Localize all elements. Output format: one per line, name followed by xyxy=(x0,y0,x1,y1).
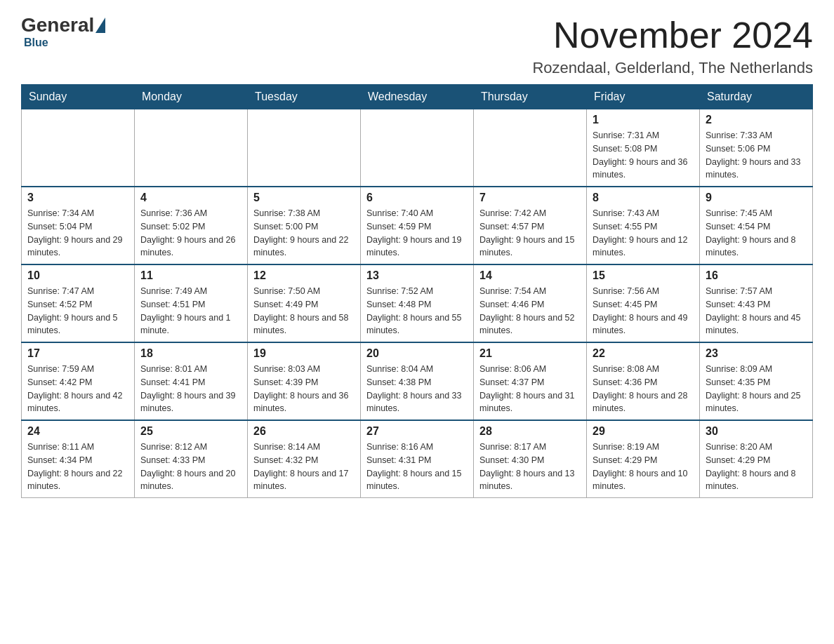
day-info: Sunrise: 8:04 AMSunset: 4:38 PMDaylight:… xyxy=(366,363,468,415)
day-info: Sunrise: 7:56 AMSunset: 4:45 PMDaylight:… xyxy=(593,285,694,337)
calendar-day-cell: 8Sunrise: 7:43 AMSunset: 4:55 PMDaylight… xyxy=(587,187,700,264)
day-number: 24 xyxy=(27,425,128,438)
day-number: 18 xyxy=(140,347,241,360)
calendar-day-cell: 13Sunrise: 7:52 AMSunset: 4:48 PMDayligh… xyxy=(361,264,474,342)
logo-general-text: General xyxy=(21,14,94,36)
day-number: 12 xyxy=(253,269,355,282)
day-info: Sunrise: 8:16 AMSunset: 4:31 PMDaylight:… xyxy=(366,441,468,493)
calendar-day-cell: 2Sunrise: 7:33 AMSunset: 5:06 PMDaylight… xyxy=(700,109,813,187)
calendar-day-cell: 15Sunrise: 7:56 AMSunset: 4:45 PMDayligh… xyxy=(587,264,700,342)
calendar-day-cell: 30Sunrise: 8:20 AMSunset: 4:29 PMDayligh… xyxy=(700,420,813,498)
title-section: November 2024 Rozendaal, Gelderland, The… xyxy=(532,14,813,77)
day-number: 4 xyxy=(140,192,241,204)
day-info: Sunrise: 7:43 AMSunset: 4:55 PMDaylight:… xyxy=(593,207,694,260)
page-header: General Blue November 2024 Rozendaal, Ge… xyxy=(21,14,813,77)
day-number: 23 xyxy=(706,347,807,360)
calendar-week-row: 17Sunrise: 7:59 AMSunset: 4:42 PMDayligh… xyxy=(22,342,813,420)
day-info: Sunrise: 7:45 AMSunset: 4:54 PMDaylight:… xyxy=(706,207,807,260)
day-number: 29 xyxy=(593,425,694,438)
calendar-week-row: 3Sunrise: 7:34 AMSunset: 5:04 PMDaylight… xyxy=(22,187,813,264)
calendar-day-cell: 9Sunrise: 7:45 AMSunset: 4:54 PMDaylight… xyxy=(700,187,813,264)
day-info: Sunrise: 8:09 AMSunset: 4:35 PMDaylight:… xyxy=(706,363,807,415)
calendar-day-cell: 1Sunrise: 7:31 AMSunset: 5:08 PMDaylight… xyxy=(587,109,700,187)
day-info: Sunrise: 7:34 AMSunset: 5:04 PMDaylight:… xyxy=(27,207,128,260)
day-number: 21 xyxy=(479,347,581,360)
calendar-day-cell: 5Sunrise: 7:38 AMSunset: 5:00 PMDaylight… xyxy=(248,187,361,264)
weekday-header-monday: Monday xyxy=(135,85,248,109)
logo: General Blue xyxy=(21,14,107,49)
weekday-header-saturday: Saturday xyxy=(700,85,813,109)
weekday-header-thursday: Thursday xyxy=(474,85,587,109)
calendar-day-cell: 16Sunrise: 7:57 AMSunset: 4:43 PMDayligh… xyxy=(700,264,813,342)
calendar-day-cell: 25Sunrise: 8:12 AMSunset: 4:33 PMDayligh… xyxy=(135,420,248,498)
day-info: Sunrise: 8:06 AMSunset: 4:37 PMDaylight:… xyxy=(479,363,581,415)
day-info: Sunrise: 8:19 AMSunset: 4:29 PMDaylight:… xyxy=(593,441,694,493)
day-number: 7 xyxy=(479,192,581,204)
calendar-day-cell: 23Sunrise: 8:09 AMSunset: 4:35 PMDayligh… xyxy=(700,342,813,420)
weekday-header-tuesday: Tuesday xyxy=(248,85,361,109)
calendar-day-cell: 14Sunrise: 7:54 AMSunset: 4:46 PMDayligh… xyxy=(474,264,587,342)
weekday-header-row: SundayMondayTuesdayWednesdayThursdayFrid… xyxy=(22,85,813,109)
day-number: 6 xyxy=(366,192,468,204)
calendar-day-cell: 27Sunrise: 8:16 AMSunset: 4:31 PMDayligh… xyxy=(361,420,474,498)
calendar-day-cell: 21Sunrise: 8:06 AMSunset: 4:37 PMDayligh… xyxy=(474,342,587,420)
day-info: Sunrise: 7:31 AMSunset: 5:08 PMDaylight:… xyxy=(593,129,694,182)
day-number: 1 xyxy=(593,114,694,126)
calendar-day-cell: 11Sunrise: 7:49 AMSunset: 4:51 PMDayligh… xyxy=(135,264,248,342)
calendar-day-cell: 12Sunrise: 7:50 AMSunset: 4:49 PMDayligh… xyxy=(248,264,361,342)
day-info: Sunrise: 7:38 AMSunset: 5:00 PMDaylight:… xyxy=(253,207,355,260)
calendar-week-row: 10Sunrise: 7:47 AMSunset: 4:52 PMDayligh… xyxy=(22,264,813,342)
calendar-day-cell: 29Sunrise: 8:19 AMSunset: 4:29 PMDayligh… xyxy=(587,420,700,498)
calendar-day-cell xyxy=(361,109,474,187)
day-number: 2 xyxy=(706,114,807,126)
calendar-day-cell: 17Sunrise: 7:59 AMSunset: 4:42 PMDayligh… xyxy=(22,342,135,420)
day-info: Sunrise: 7:57 AMSunset: 4:43 PMDaylight:… xyxy=(706,285,807,337)
calendar-day-cell: 28Sunrise: 8:17 AMSunset: 4:30 PMDayligh… xyxy=(474,420,587,498)
calendar-day-cell: 18Sunrise: 8:01 AMSunset: 4:41 PMDayligh… xyxy=(135,342,248,420)
day-number: 13 xyxy=(366,269,468,282)
day-info: Sunrise: 8:08 AMSunset: 4:36 PMDaylight:… xyxy=(593,363,694,415)
day-info: Sunrise: 8:12 AMSunset: 4:33 PMDaylight:… xyxy=(140,441,241,493)
day-info: Sunrise: 7:36 AMSunset: 5:02 PMDaylight:… xyxy=(140,207,241,260)
day-info: Sunrise: 7:40 AMSunset: 4:59 PMDaylight:… xyxy=(366,207,468,260)
logo-triangle-icon xyxy=(95,18,105,33)
day-number: 22 xyxy=(593,347,694,360)
calendar-day-cell: 6Sunrise: 7:40 AMSunset: 4:59 PMDaylight… xyxy=(361,187,474,264)
weekday-header-friday: Friday xyxy=(587,85,700,109)
calendar-day-cell: 7Sunrise: 7:42 AMSunset: 4:57 PMDaylight… xyxy=(474,187,587,264)
day-number: 9 xyxy=(706,192,807,204)
calendar-day-cell: 19Sunrise: 8:03 AMSunset: 4:39 PMDayligh… xyxy=(248,342,361,420)
calendar-table: SundayMondayTuesdayWednesdayThursdayFrid… xyxy=(21,84,813,498)
calendar-day-cell: 4Sunrise: 7:36 AMSunset: 5:02 PMDaylight… xyxy=(135,187,248,264)
day-info: Sunrise: 7:33 AMSunset: 5:06 PMDaylight:… xyxy=(706,129,807,182)
calendar-day-cell xyxy=(135,109,248,187)
day-number: 8 xyxy=(593,192,694,204)
calendar-day-cell: 3Sunrise: 7:34 AMSunset: 5:04 PMDaylight… xyxy=(22,187,135,264)
day-number: 27 xyxy=(366,425,468,438)
day-info: Sunrise: 7:42 AMSunset: 4:57 PMDaylight:… xyxy=(479,207,581,260)
weekday-header-sunday: Sunday xyxy=(22,85,135,109)
calendar-day-cell: 20Sunrise: 8:04 AMSunset: 4:38 PMDayligh… xyxy=(361,342,474,420)
day-number: 15 xyxy=(593,269,694,282)
day-info: Sunrise: 8:11 AMSunset: 4:34 PMDaylight:… xyxy=(27,441,128,493)
day-info: Sunrise: 8:17 AMSunset: 4:30 PMDaylight:… xyxy=(479,441,581,493)
day-number: 17 xyxy=(27,347,128,360)
calendar-day-cell: 24Sunrise: 8:11 AMSunset: 4:34 PMDayligh… xyxy=(22,420,135,498)
calendar-day-cell xyxy=(22,109,135,187)
day-info: Sunrise: 8:20 AMSunset: 4:29 PMDaylight:… xyxy=(706,441,807,493)
day-number: 26 xyxy=(253,425,355,438)
day-number: 20 xyxy=(366,347,468,360)
day-number: 11 xyxy=(140,269,241,282)
day-info: Sunrise: 7:54 AMSunset: 4:46 PMDaylight:… xyxy=(479,285,581,337)
day-info: Sunrise: 8:01 AMSunset: 4:41 PMDaylight:… xyxy=(140,363,241,415)
day-number: 14 xyxy=(479,269,581,282)
day-info: Sunrise: 7:52 AMSunset: 4:48 PMDaylight:… xyxy=(366,285,468,337)
calendar-day-cell: 26Sunrise: 8:14 AMSunset: 4:32 PMDayligh… xyxy=(248,420,361,498)
day-number: 10 xyxy=(27,269,128,282)
day-info: Sunrise: 7:50 AMSunset: 4:49 PMDaylight:… xyxy=(253,285,355,337)
calendar-day-cell xyxy=(474,109,587,187)
day-info: Sunrise: 8:03 AMSunset: 4:39 PMDaylight:… xyxy=(253,363,355,415)
calendar-week-row: 1Sunrise: 7:31 AMSunset: 5:08 PMDaylight… xyxy=(22,109,813,187)
day-number: 28 xyxy=(479,425,581,438)
day-number: 25 xyxy=(140,425,241,438)
